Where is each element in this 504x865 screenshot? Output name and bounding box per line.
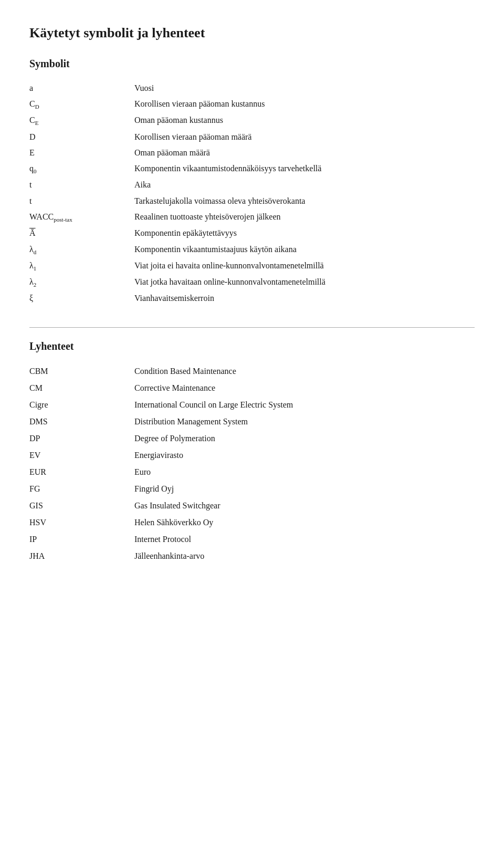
abbreviations-section: Lyhenteet CBMCondition Based Maintenance… bbox=[29, 340, 475, 565]
symbol-row: λ1Viat joita ei havaita online-kunnonval… bbox=[29, 258, 475, 274]
abbreviation-cell: DP bbox=[29, 430, 134, 447]
symbol-definition: Korollisen vieraan pääoman määrä bbox=[134, 129, 475, 145]
symbol-row: λdKomponentin vikaantumistaajuus käytön … bbox=[29, 242, 475, 258]
symbol-row: tTarkastelujakolla voimassa oleva yhteis… bbox=[29, 193, 475, 209]
symbol-definition: Komponentin vikaantumistaajuus käytön ai… bbox=[134, 242, 475, 258]
symbol-row: CEOman pääoman kustannus bbox=[29, 112, 475, 129]
abbreviation-full: Euro bbox=[134, 464, 475, 481]
symbol-row: ξVianhavaitsemiskerroin bbox=[29, 290, 475, 306]
abbreviation-full: Jälleenhankinta-arvo bbox=[134, 548, 475, 565]
abbreviation-cell: Cigre bbox=[29, 397, 134, 413]
symbol-row: CDKorollisen vieraan pääoman kustannus bbox=[29, 96, 475, 112]
symbol-cell: D bbox=[29, 129, 134, 145]
abbreviation-row: HSVHelen Sähköverkko Oy bbox=[29, 514, 475, 531]
symbol-cell: q0 bbox=[29, 161, 134, 177]
symbol-cell: WACCpost-tax bbox=[29, 209, 134, 225]
symbol-definition: Tarkastelujakolla voimassa oleva yhteisö… bbox=[134, 193, 475, 209]
symbol-row: DKorollisen vieraan pääoman määrä bbox=[29, 129, 475, 145]
symbol-row: aVuosi bbox=[29, 80, 475, 96]
symbol-row: q0Komponentin vikaantumistodennäköisyys … bbox=[29, 161, 475, 177]
abbreviation-full: Gas Insulated Switchgear bbox=[134, 497, 475, 514]
abbreviation-full: Degree of Polymeration bbox=[134, 430, 475, 447]
symbol-cell: CD bbox=[29, 96, 134, 112]
symbol-cell: ξ bbox=[29, 290, 134, 306]
symbol-cell: Ā bbox=[29, 225, 134, 241]
symbol-definition: Komponentin epäkäytettävyys bbox=[134, 225, 475, 241]
symbol-cell: t bbox=[29, 177, 134, 193]
abbreviation-row: DPDegree of Polymeration bbox=[29, 430, 475, 447]
symbol-row: tAika bbox=[29, 177, 475, 193]
abbreviation-row: FGFingrid Oyj bbox=[29, 481, 475, 497]
symbols-heading: Symbolit bbox=[29, 58, 475, 70]
abbreviation-row: IPInternet Protocol bbox=[29, 531, 475, 548]
abbreviation-full: Internet Protocol bbox=[134, 531, 475, 548]
abbreviation-cell: CBM bbox=[29, 363, 134, 380]
abbreviation-full: Condition Based Maintenance bbox=[134, 363, 475, 380]
symbol-row: ĀKomponentin epäkäytettävyys bbox=[29, 225, 475, 241]
symbol-definition: Reaalinen tuottoaste yhteisöverojen jälk… bbox=[134, 209, 475, 225]
symbol-row: WACCpost-taxReaalinen tuottoaste yhteisö… bbox=[29, 209, 475, 225]
abbreviation-cell: CM bbox=[29, 380, 134, 397]
symbol-cell: t bbox=[29, 193, 134, 209]
abbreviation-cell: HSV bbox=[29, 514, 134, 531]
abbreviation-full: Helen Sähköverkko Oy bbox=[134, 514, 475, 531]
symbols-table: aVuosiCDKorollisen vieraan pääoman kusta… bbox=[29, 80, 475, 306]
abbreviation-row: CigreInternational Council on Large Elec… bbox=[29, 397, 475, 413]
abbreviation-row: EUREuro bbox=[29, 464, 475, 481]
abbreviation-cell: JHA bbox=[29, 548, 134, 565]
symbol-definition: Oman pääoman määrä bbox=[134, 145, 475, 161]
abbreviation-row: DMSDistribution Management System bbox=[29, 413, 475, 430]
symbol-definition: Aika bbox=[134, 177, 475, 193]
abbreviation-cell: EV bbox=[29, 447, 134, 464]
symbol-row: EOman pääoman määrä bbox=[29, 145, 475, 161]
abbreviation-row: EVEnergiavirasto bbox=[29, 447, 475, 464]
abbreviation-cell: GIS bbox=[29, 497, 134, 514]
abbreviation-cell: IP bbox=[29, 531, 134, 548]
symbol-cell: E bbox=[29, 145, 134, 161]
abbreviation-full: Fingrid Oyj bbox=[134, 481, 475, 497]
abbreviations-heading: Lyhenteet bbox=[29, 340, 475, 352]
abbreviation-full: Corrective Maintenance bbox=[134, 380, 475, 397]
section-divider bbox=[29, 327, 475, 328]
symbol-definition: Viat joita ei havaita online-kunnonvalvo… bbox=[134, 258, 475, 274]
abbreviations-table: CBMCondition Based MaintenanceCMCorrecti… bbox=[29, 363, 475, 565]
abbreviation-full: Energiavirasto bbox=[134, 447, 475, 464]
abbreviation-row: JHAJälleenhankinta-arvo bbox=[29, 548, 475, 565]
abbreviation-row: CBMCondition Based Maintenance bbox=[29, 363, 475, 380]
abbreviation-cell: FG bbox=[29, 481, 134, 497]
abbreviation-full: International Council on Large Electric … bbox=[134, 397, 475, 413]
symbol-definition: Komponentin vikaantumistodennäköisyys ta… bbox=[134, 161, 475, 177]
abbreviation-row: CMCorrective Maintenance bbox=[29, 380, 475, 397]
abbreviation-row: GISGas Insulated Switchgear bbox=[29, 497, 475, 514]
symbols-section: Symbolit aVuosiCDKorollisen vieraan pääo… bbox=[29, 58, 475, 306]
symbol-definition: Vuosi bbox=[134, 80, 475, 96]
symbol-cell: CE bbox=[29, 112, 134, 129]
symbol-definition: Korollisen vieraan pääoman kustannus bbox=[134, 96, 475, 112]
symbol-definition: Vianhavaitsemiskerroin bbox=[134, 290, 475, 306]
abbreviation-full: Distribution Management System bbox=[134, 413, 475, 430]
symbol-definition: Oman pääoman kustannus bbox=[134, 112, 475, 129]
page-title: Käytetyt symbolit ja lyhenteet bbox=[29, 25, 475, 41]
symbol-cell: λ1 bbox=[29, 258, 134, 274]
symbol-cell: λd bbox=[29, 242, 134, 258]
symbol-row: λ2Viat jotka havaitaan online-kunnonvalv… bbox=[29, 274, 475, 290]
abbreviation-cell: DMS bbox=[29, 413, 134, 430]
symbol-cell: λ2 bbox=[29, 274, 134, 290]
abbreviation-cell: EUR bbox=[29, 464, 134, 481]
symbol-definition: Viat jotka havaitaan online-kunnonvalvon… bbox=[134, 274, 475, 290]
symbol-cell: a bbox=[29, 80, 134, 96]
